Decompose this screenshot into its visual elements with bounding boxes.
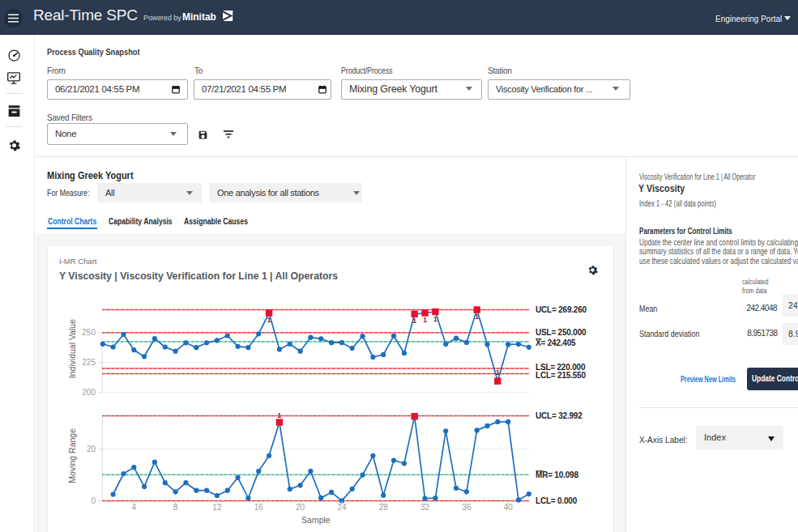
svg-text:200: 200	[82, 388, 96, 397]
svg-text:250: 250	[82, 328, 96, 337]
svg-text:USL= 250.000: USL= 250.000	[536, 328, 587, 337]
svg-text:UCL= 32.992: UCL= 32.992	[536, 411, 582, 420]
svg-text:36: 36	[462, 503, 472, 512]
svg-text:1: 1	[475, 313, 479, 321]
svg-text:UCL= 269.260: UCL= 269.260	[536, 305, 587, 314]
svg-text:0: 0	[91, 496, 96, 505]
svg-text:MR= 10.098: MR= 10.098	[536, 470, 578, 479]
svg-text:1: 1	[267, 316, 271, 324]
svg-text:X= 242.405: X= 242.405	[536, 338, 576, 347]
svg-text:1: 1	[496, 368, 500, 377]
svg-text:8: 8	[173, 503, 178, 512]
svg-text:1: 1	[433, 315, 437, 323]
svg-text:24: 24	[337, 503, 347, 512]
svg-text:40: 40	[504, 503, 514, 512]
svg-text:12: 12	[212, 503, 222, 512]
svg-text:1: 1	[412, 317, 416, 325]
svg-text:LCL= 215.550: LCL= 215.550	[536, 371, 586, 380]
svg-text:16: 16	[254, 503, 264, 512]
svg-text:LCL= 0.000: LCL= 0.000	[536, 496, 578, 505]
svg-text:225: 225	[82, 358, 96, 367]
svg-text:20: 20	[296, 503, 305, 512]
svg-text:Moving Range: Moving Range	[67, 428, 77, 483]
svg-text:32: 32	[420, 503, 430, 512]
svg-text:1: 1	[423, 316, 427, 324]
svg-text:Individual Value: Individual Value	[67, 319, 77, 379]
svg-text:4: 4	[132, 503, 137, 512]
svg-text:1: 1	[278, 411, 282, 419]
svg-text:20: 20	[87, 445, 96, 453]
svg-text:28: 28	[379, 503, 389, 512]
svg-text:Sample: Sample	[301, 515, 331, 525]
